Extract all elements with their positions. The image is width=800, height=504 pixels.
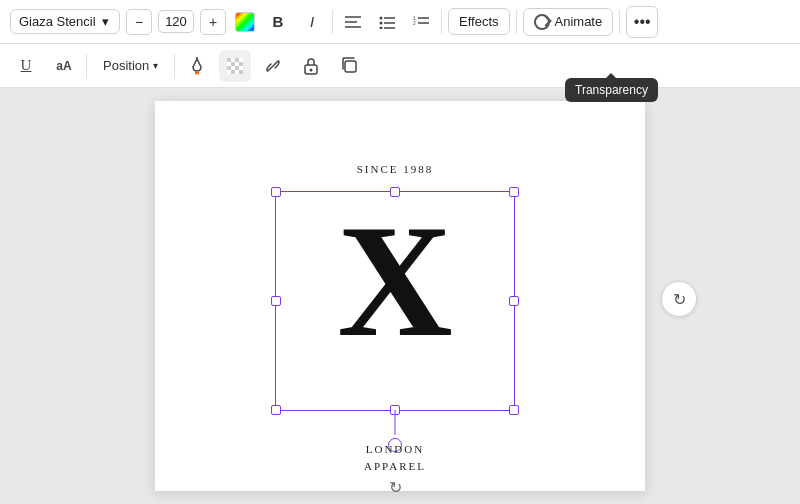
- svg-rect-22: [239, 62, 243, 66]
- chevron-down-icon: ▾: [102, 14, 109, 29]
- more-options-button[interactable]: •••: [626, 6, 658, 38]
- text-color-button[interactable]: [181, 50, 213, 82]
- svg-rect-30: [239, 70, 243, 74]
- checkerboard-icon: [227, 58, 243, 74]
- svg-rect-26: [239, 66, 243, 70]
- svg-rect-29: [235, 70, 239, 74]
- svg-rect-34: [345, 61, 356, 72]
- more-icon: •••: [634, 13, 651, 31]
- secondary-toolbar: U aA Position ▾: [0, 44, 800, 88]
- svg-text:2: 2: [413, 20, 416, 26]
- font-selector[interactable]: Giaza Stencil ▾: [10, 9, 120, 34]
- svg-point-3: [380, 16, 383, 19]
- animate-button[interactable]: Animate: [523, 8, 614, 36]
- effects-label: Effects: [459, 14, 499, 29]
- handle-bottom-left[interactable]: [271, 405, 281, 415]
- lock-button[interactable]: [295, 50, 327, 82]
- handle-top-right[interactable]: [509, 187, 519, 197]
- link-icon: [264, 57, 282, 75]
- bullet-list-button[interactable]: [373, 8, 401, 36]
- position-chevron-icon: ▾: [153, 60, 158, 71]
- london-line2: APPAREL: [275, 458, 515, 475]
- handle-bottom-right[interactable]: [509, 405, 519, 415]
- svg-rect-24: [231, 66, 235, 70]
- svg-point-33: [310, 68, 313, 71]
- font-name: Giaza Stencil: [19, 14, 96, 29]
- handle-top-left[interactable]: [271, 187, 281, 197]
- london-apparel-text: LONDON APPAREL: [275, 441, 515, 474]
- svg-line-31: [271, 64, 275, 68]
- refresh-button[interactable]: ↻: [661, 281, 697, 317]
- rotate-cursor-icon: ↻: [275, 478, 515, 497]
- svg-rect-18: [239, 58, 243, 62]
- decrease-font-size-button[interactable]: −: [126, 9, 152, 35]
- animate-label: Animate: [555, 14, 603, 29]
- text-case-button[interactable]: aA: [48, 50, 80, 82]
- svg-rect-23: [227, 66, 231, 70]
- align-button[interactable]: [339, 8, 367, 36]
- position-label: Position: [103, 58, 149, 73]
- numbered-list-button[interactable]: 1 2: [407, 8, 435, 36]
- link-button[interactable]: [257, 50, 289, 82]
- divider6: [174, 54, 175, 78]
- svg-point-7: [380, 26, 383, 29]
- divider4: [619, 10, 620, 34]
- duplicate-button[interactable]: [333, 50, 365, 82]
- paint-drop-icon: [189, 57, 205, 75]
- svg-rect-25: [235, 66, 239, 70]
- divider5: [86, 54, 87, 78]
- animate-icon: [534, 14, 550, 30]
- increase-font-size-button[interactable]: +: [200, 9, 226, 35]
- italic-button[interactable]: I: [298, 8, 326, 36]
- svg-rect-19: [227, 62, 231, 66]
- color-picker-button[interactable]: [232, 9, 258, 35]
- effects-button[interactable]: Effects: [448, 8, 510, 35]
- main-toolbar: Giaza Stencil ▾ − + B I 1 2: [0, 0, 800, 44]
- svg-rect-17: [235, 58, 239, 62]
- london-line1: LONDON: [275, 441, 515, 458]
- rotation-line: [395, 410, 396, 435]
- lock-icon: [304, 57, 318, 75]
- transparency-button[interactable]: [219, 50, 251, 82]
- font-size-input[interactable]: [158, 10, 194, 33]
- duplicate-icon: [341, 57, 358, 74]
- svg-rect-21: [235, 62, 239, 66]
- svg-rect-15: [227, 58, 231, 62]
- divider2: [441, 10, 442, 34]
- svg-rect-27: [227, 70, 231, 74]
- divider1: [332, 10, 333, 34]
- since-text: SINCE 1988: [357, 163, 434, 175]
- svg-point-5: [380, 21, 383, 24]
- color-swatch: [235, 12, 255, 32]
- handle-bottom-middle[interactable]: [390, 405, 400, 415]
- handle-middle-left[interactable]: [271, 296, 281, 306]
- svg-rect-16: [231, 58, 235, 62]
- position-button[interactable]: Position ▾: [93, 53, 168, 78]
- bold-button[interactable]: B: [264, 8, 292, 36]
- canvas-area: SINCE 1988 X LONDON APPAREL ↻ ↻: [0, 88, 800, 504]
- svg-rect-20: [231, 62, 235, 66]
- handle-middle-right[interactable]: [509, 296, 519, 306]
- london-text-container: LONDON APPAREL ↻: [275, 441, 515, 497]
- svg-rect-28: [231, 70, 235, 74]
- canvas-page: SINCE 1988 X LONDON APPAREL ↻ ↻: [155, 101, 645, 491]
- text-element[interactable]: SINCE 1988 X: [275, 191, 515, 411]
- divider3: [516, 10, 517, 34]
- big-letter: X: [337, 201, 453, 361]
- underline-button[interactable]: U: [10, 50, 42, 82]
